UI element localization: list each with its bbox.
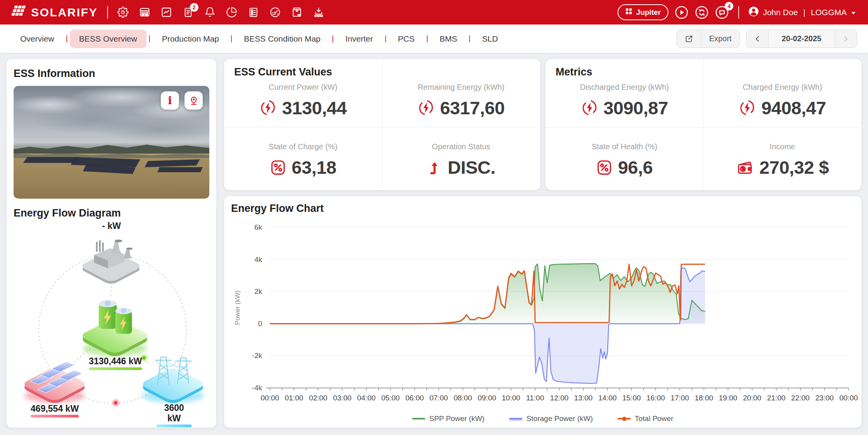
svg-text:01:00: 01:00	[285, 394, 303, 402]
svg-text:04:00: 04:00	[357, 394, 376, 402]
solar-panel-logo-icon	[12, 5, 26, 20]
play-icon[interactable]	[675, 5, 689, 19]
info-button[interactable]: i	[161, 91, 179, 110]
svg-text:16:00: 16:00	[647, 394, 665, 402]
chat-badge: 4	[725, 2, 733, 10]
brand-logo[interactable]: SOLARIFY	[12, 5, 98, 20]
svg-text:09:00: 09:00	[478, 394, 496, 402]
remaining-energy-cell: Remaining Energy (kWh) 6317,60	[382, 71, 540, 131]
svg-text:02:00: 02:00	[309, 394, 327, 402]
ess-current-values-card: ESS Current Values Current Power (kW) 31…	[224, 59, 540, 190]
pie-chart-icon[interactable]	[226, 7, 238, 18]
dashboard-icon[interactable]	[139, 7, 151, 18]
chevron-right-icon	[843, 36, 849, 42]
tower-power-label: 3600 kW	[157, 403, 192, 429]
reports-icon[interactable]: 2	[183, 7, 194, 18]
svg-text:19:00: 19:00	[719, 394, 738, 402]
current-power-cell: Current Power (kW) 3130,44	[224, 71, 382, 131]
map-pin-icon	[189, 96, 199, 106]
tab-inverter[interactable]: Inverter	[336, 30, 382, 48]
tab-bess-condition-map[interactable]: BESS Condition Map	[235, 30, 330, 48]
export-button[interactable]: Export	[701, 30, 739, 47]
divider: |	[802, 8, 807, 17]
analytics-icon[interactable]	[161, 7, 172, 18]
svg-text:07:00: 07:00	[430, 394, 448, 402]
site-selector-button[interactable]: Jupiter	[618, 4, 668, 20]
date-display[interactable]: 20-02-2025	[769, 30, 835, 47]
chat-icon[interactable]: 4	[715, 5, 729, 19]
divider	[738, 6, 739, 19]
tab-bess-overview[interactable]: BESS Overview	[70, 30, 146, 48]
energy-flow-diagram: - kW 3130,446 kW 469,554 kW 3600 kW	[14, 221, 209, 427]
next-day-button[interactable]	[835, 30, 857, 47]
tab-sld[interactable]: SLD	[473, 30, 507, 48]
location-button[interactable]	[184, 91, 203, 110]
svg-text:15:00: 15:00	[622, 394, 641, 402]
gauge-icon[interactable]	[270, 7, 281, 18]
svg-text:17:00: 17:00	[671, 394, 689, 402]
energy-icon	[739, 99, 756, 116]
site-selector-label: Jupiter	[636, 8, 661, 17]
spp-power-swatch	[412, 418, 425, 419]
svg-text:20:00: 20:00	[743, 394, 762, 402]
svg-text:00:00: 00:00	[839, 394, 858, 402]
svg-text:22:00: 22:00	[791, 394, 810, 402]
ess-information-title: ESS Information	[14, 68, 209, 80]
percent-icon	[270, 159, 286, 176]
header-icon-menu: 2	[117, 7, 325, 18]
user-menu[interactable]: John Doe | LOGGMA	[748, 6, 856, 19]
energy-icon	[417, 99, 435, 116]
chevron-left-icon	[754, 36, 760, 42]
checklist-icon[interactable]	[248, 7, 259, 18]
tab-list: Overview BESS Overview Production Map BE…	[11, 30, 507, 48]
reports-badge: 2	[190, 3, 198, 12]
svg-text:0: 0	[258, 320, 262, 328]
tab-overview[interactable]: Overview	[11, 30, 64, 48]
battery-power-label: 3130,446 kW	[89, 356, 142, 372]
package-icon[interactable]	[291, 7, 303, 18]
svg-text:4k: 4k	[254, 255, 263, 264]
export-group: Export	[677, 30, 740, 48]
toolbar: Export 20-02-2025	[677, 30, 857, 48]
battery-node	[79, 300, 151, 358]
divider	[427, 35, 428, 42]
svg-text:00:00: 00:00	[261, 394, 279, 402]
export-icon-button[interactable]	[677, 30, 701, 47]
energy-flow-chart-card: Energy Flow Chart 6k4k2k0-2k-4kPower (kW…	[224, 196, 861, 428]
divider	[149, 35, 150, 42]
divider	[385, 35, 386, 42]
external-link-icon	[685, 35, 693, 43]
svg-text:03:00: 03:00	[333, 394, 351, 402]
settings-icon[interactable]	[117, 7, 129, 18]
svg-text:Power (kW): Power (kW)	[234, 290, 241, 325]
date-picker-group: 20-02-2025	[746, 30, 857, 48]
grid-apps-icon	[625, 8, 632, 17]
svg-text:21:00: 21:00	[767, 394, 786, 402]
percent-icon	[596, 159, 612, 176]
sync-icon[interactable]	[695, 5, 709, 19]
stat-cards-row: ESS Current Values Current Power (kW) 31…	[224, 59, 861, 190]
photo-sky	[14, 86, 209, 148]
arrow-up-icon	[427, 159, 442, 176]
tab-production-map[interactable]: Production Map	[153, 30, 228, 48]
tab-pcs[interactable]: PCS	[389, 30, 424, 48]
prev-day-button[interactable]	[746, 30, 769, 47]
legend-spp-power[interactable]: SPP Power (kW)	[412, 414, 484, 423]
energy-flow-chart[interactable]: 6k4k2k0-2k-4kPower (kW)00:0001:0002:0003…	[224, 196, 861, 428]
legend-total-power[interactable]: Total Power	[618, 414, 673, 423]
state-of-health-cell: State of Health (%) 96,6	[546, 131, 704, 190]
page-nav: Overview BESS Overview Production Map BE…	[0, 24, 868, 53]
total-power-swatch	[618, 418, 631, 419]
energy-flow-diagram-title: Energy Flow Diagram	[14, 207, 209, 219]
legend-storage-power[interactable]: Storage Power (kW)	[509, 414, 593, 423]
notifications-icon[interactable]	[204, 7, 216, 18]
svg-text:18:00: 18:00	[695, 394, 713, 402]
transmission-tower-node	[139, 357, 207, 405]
download-icon[interactable]	[313, 7, 325, 18]
solar-power-label: 469,554 kW	[31, 404, 79, 419]
divider	[66, 35, 67, 42]
metrics-card: Metrics Discharged Energy (kWh) 3090,87	[546, 59, 862, 190]
tab-bms[interactable]: BMS	[430, 30, 467, 48]
main-content: ESS Information i Energy Flow Diagram	[0, 53, 868, 433]
svg-text:11:00: 11:00	[526, 394, 544, 402]
